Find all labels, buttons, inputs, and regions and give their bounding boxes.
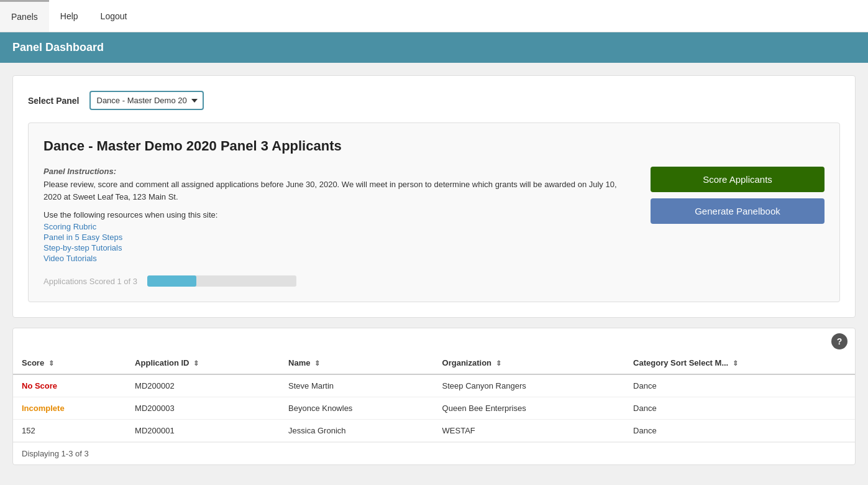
instructions-buttons: Score Applicants Generate Panelbook	[651, 167, 825, 224]
cell-app-id-2: MD200001	[126, 420, 280, 442]
sort-arrow-name: ⇕	[314, 359, 320, 367]
help-icon-row: ?	[13, 328, 855, 352]
progress-bar-fill	[147, 275, 196, 287]
sort-arrow-app-id: ⇕	[193, 359, 199, 367]
main-content: Select Panel Dance - Master Demo 20 Danc…	[0, 63, 868, 478]
table-section: ? Score ⇕ Application ID ⇕ Name ⇕	[12, 328, 856, 465]
cell-cat-0: Dance	[624, 374, 855, 397]
table-row: 152 MD200001 Jessica Gronich WESTAF Danc…	[13, 420, 855, 442]
link-scoring-rubric[interactable]: Scoring Rubric	[43, 222, 632, 231]
cell-org-2: WESTAF	[434, 420, 625, 442]
sort-arrow-cat: ⇕	[733, 359, 738, 367]
instructions-text: Please review, score and comment all ass…	[43, 178, 632, 203]
outer-card: Select Panel Dance - Master Demo 20 Danc…	[12, 75, 856, 318]
links-intro: Use the following resources when using t…	[43, 210, 632, 219]
cell-app-id-1: MD200003	[126, 397, 280, 420]
progress-bar-container	[147, 275, 296, 287]
cell-name-1: Beyonce Knowles	[280, 397, 434, 420]
cell-name-2: Jessica Gronich	[280, 420, 434, 442]
nav-help[interactable]: Help	[49, 0, 89, 32]
select-panel-label: Select Panel	[28, 96, 80, 106]
instructions-left: Panel Instructions: Please review, score…	[43, 167, 632, 287]
table-header-row: Score ⇕ Application ID ⇕ Name ⇕ Organiza…	[13, 352, 855, 374]
nav-logout[interactable]: Logout	[89, 0, 139, 32]
cell-score-1: Incomplete	[13, 397, 126, 420]
page-header: Panel Dashboard	[0, 32, 868, 63]
cell-cat-2: Dance	[624, 420, 855, 442]
page-title: Panel Dashboard	[12, 41, 104, 53]
cell-app-id-0: MD200002	[126, 374, 280, 397]
top-navigation: Panels Help Logout	[0, 0, 868, 32]
table-body: No Score MD200002 Steve Martin Steep Can…	[13, 374, 855, 442]
cell-org-0: Steep Canyon Rangers	[434, 374, 625, 397]
col-category[interactable]: Category Sort Select M... ⇕	[624, 352, 855, 374]
col-name[interactable]: Name ⇕	[280, 352, 434, 374]
col-app-id[interactable]: Application ID ⇕	[126, 352, 280, 374]
generate-panelbook-button[interactable]: Generate Panelbook	[651, 198, 825, 224]
table-header: Score ⇕ Application ID ⇕ Name ⇕ Organiza…	[13, 352, 855, 374]
cell-score-0: No Score	[13, 374, 126, 397]
table-footer: Displaying 1-3 of 3	[13, 442, 855, 464]
panel-select[interactable]: Dance - Master Demo 20	[89, 91, 204, 110]
applicants-table: Score ⇕ Application ID ⇕ Name ⇕ Organiza…	[13, 352, 855, 442]
score-applicants-button[interactable]: Score Applicants	[651, 167, 825, 192]
cell-name-0: Steve Martin	[280, 374, 434, 397]
table-row: No Score MD200002 Steve Martin Steep Can…	[13, 374, 855, 397]
select-panel-row: Select Panel Dance - Master Demo 20	[28, 91, 840, 110]
progress-label: Applications Scored 1 of 3	[43, 277, 137, 286]
table-row: Incomplete MD200003 Beyonce Knowles Quee…	[13, 397, 855, 420]
instructions-layout: Panel Instructions: Please review, score…	[43, 167, 825, 287]
links-section: Use the following resources when using t…	[43, 210, 632, 263]
inner-panel-card: Dance - Master Demo 2020 Panel 3 Applica…	[28, 122, 840, 302]
link-video-tutorials[interactable]: Video Tutorials	[43, 254, 632, 263]
cell-score-2: 152	[13, 420, 126, 442]
cell-cat-1: Dance	[624, 397, 855, 420]
link-panel-5-steps[interactable]: Panel in 5 Easy Steps	[43, 233, 632, 242]
progress-section: Applications Scored 1 of 3	[43, 275, 632, 287]
link-step-by-step[interactable]: Step-by-step Tutorials	[43, 243, 632, 252]
panel-title: Dance - Master Demo 2020 Panel 3 Applica…	[43, 138, 825, 154]
sort-arrow-org: ⇕	[496, 359, 501, 367]
cell-org-1: Queen Bee Enterprises	[434, 397, 625, 420]
instructions-label: Panel Instructions:	[43, 167, 632, 176]
sort-arrow-score: ⇕	[48, 359, 54, 367]
nav-panels[interactable]: Panels	[0, 0, 49, 32]
col-organization[interactable]: Organization ⇕	[434, 352, 625, 374]
col-score[interactable]: Score ⇕	[13, 352, 126, 374]
help-icon[interactable]: ?	[831, 333, 847, 349]
